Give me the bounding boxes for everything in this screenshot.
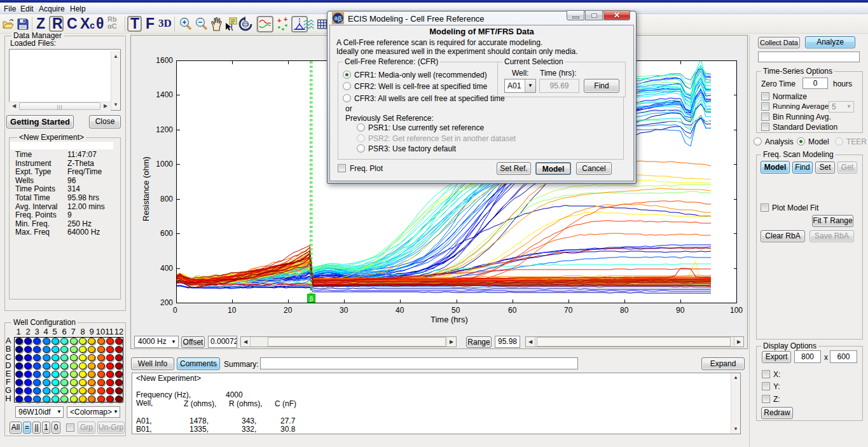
svg-text:β: β [338,15,342,22]
